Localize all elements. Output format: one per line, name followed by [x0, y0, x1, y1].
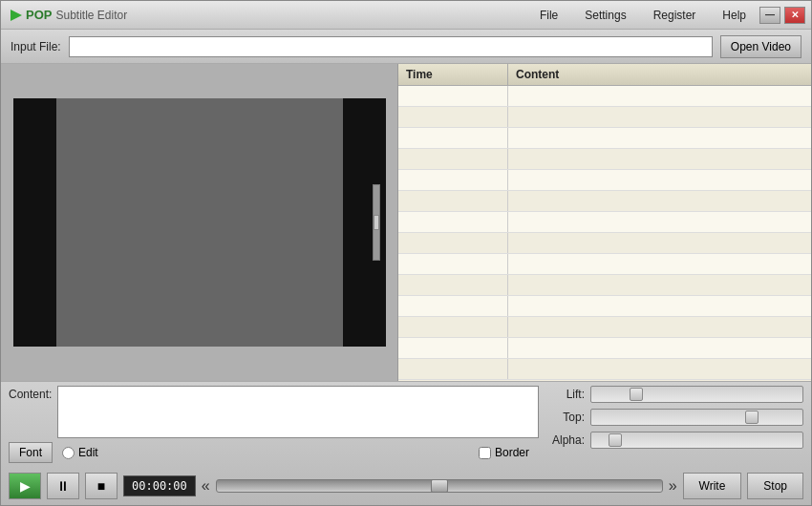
main-content: Time Content	[1, 64, 811, 381]
td-content	[508, 191, 811, 211]
table-row[interactable]	[398, 149, 811, 170]
subtitle-editor-label: Subtitle Editor	[55, 9, 127, 22]
seek-thumb	[431, 479, 448, 493]
open-video-button[interactable]: Open Video	[720, 35, 801, 58]
edit-label: Edit	[78, 446, 98, 459]
app-title: POP Subtitle Editor	[26, 8, 127, 22]
td-time	[398, 107, 508, 127]
inputfile-label: Input File:	[11, 40, 61, 53]
write-button[interactable]: Write	[683, 473, 742, 499]
table-row[interactable]	[398, 107, 811, 128]
td-content	[508, 359, 811, 379]
svg-marker-0	[11, 10, 22, 21]
subtitle-table: Time Content	[397, 64, 811, 381]
td-time	[398, 212, 508, 232]
table-row[interactable]	[398, 233, 811, 254]
menu-help[interactable]: Help	[718, 7, 750, 24]
table-row[interactable]	[398, 296, 811, 317]
td-time	[398, 275, 508, 295]
app-logo	[7, 6, 26, 25]
td-content	[508, 317, 811, 337]
col-time: Time	[398, 64, 508, 85]
sliders-section: Lift: Top: Alpha:	[546, 386, 803, 463]
seek-bar[interactable]	[216, 479, 663, 493]
time-display: 00:00:00	[123, 475, 196, 496]
lift-slider-row: Lift:	[546, 386, 803, 403]
table-row[interactable]	[398, 86, 811, 107]
content-label: Content:	[9, 388, 52, 401]
minimize-button[interactable]: —	[759, 7, 780, 24]
top-thumb	[745, 411, 759, 424]
td-time	[398, 191, 508, 211]
td-content	[508, 149, 811, 169]
td-content	[508, 254, 811, 274]
table-row[interactable]	[398, 212, 811, 233]
td-content	[508, 86, 811, 106]
alpha-slider-row: Alpha:	[546, 432, 803, 449]
td-content	[508, 170, 811, 190]
lift-slider[interactable]	[590, 386, 803, 403]
video-screen	[13, 98, 386, 347]
edit-radio-group: Edit	[62, 446, 98, 459]
close-button[interactable]: ✕	[784, 7, 805, 24]
stop-icon: ■	[97, 478, 105, 494]
video-panel	[1, 64, 397, 381]
play-button[interactable]: ▶	[9, 473, 41, 499]
td-content	[508, 296, 811, 316]
td-content	[508, 338, 811, 358]
table-row[interactable]	[398, 338, 811, 359]
alpha-slider[interactable]	[590, 432, 803, 449]
app-window: POP Subtitle Editor File Settings Regist…	[0, 0, 812, 506]
titlebar: POP Subtitle Editor File Settings Regist…	[1, 1, 811, 30]
inputfile-row: Input File: Open Video	[1, 30, 811, 64]
td-time	[398, 86, 508, 106]
table-row[interactable]	[398, 275, 811, 296]
td-content	[508, 128, 811, 148]
table-row[interactable]	[398, 191, 811, 212]
td-time	[398, 254, 508, 274]
td-time	[398, 170, 508, 190]
alpha-label: Alpha:	[546, 433, 585, 447]
inputfile-field[interactable]	[69, 36, 713, 57]
table-row[interactable]	[398, 317, 811, 338]
table-row[interactable]	[398, 254, 811, 275]
td-time	[398, 296, 508, 316]
table-row[interactable]	[398, 128, 811, 149]
border-checkbox-group: Border	[479, 446, 529, 459]
alpha-thumb	[609, 433, 622, 447]
seek-prev-icon[interactable]: «	[202, 477, 210, 495]
video-black-left	[13, 98, 56, 347]
td-content	[508, 275, 811, 295]
td-time	[398, 317, 508, 337]
pause-button[interactable]: ⏸	[47, 473, 79, 499]
td-time	[398, 149, 508, 169]
table-row[interactable]	[398, 359, 811, 380]
top-slider-row: Top:	[546, 409, 803, 426]
td-content	[508, 107, 811, 127]
border-checkbox[interactable]	[479, 447, 491, 459]
td-content	[508, 212, 811, 232]
td-time	[398, 128, 508, 148]
td-content	[508, 233, 811, 253]
scrollbar-thumb	[374, 215, 379, 230]
pause-icon: ⏸	[56, 478, 70, 494]
table-row[interactable]	[398, 170, 811, 191]
font-button[interactable]: Font	[9, 442, 53, 463]
lift-thumb	[630, 388, 643, 401]
content-textarea[interactable]	[57, 386, 539, 438]
col-content: Content	[508, 64, 811, 85]
top-slider[interactable]	[590, 409, 803, 426]
edit-radio[interactable]	[62, 447, 75, 459]
play-icon: ▶	[20, 478, 31, 494]
window-controls: — ✕	[759, 7, 805, 24]
video-scrollbar[interactable]	[373, 184, 380, 261]
transport-stop-button[interactable]: Stop	[747, 473, 803, 499]
seek-next-icon[interactable]: »	[669, 477, 677, 495]
menu-file[interactable]: File	[536, 7, 562, 24]
stop-button[interactable]: ■	[85, 473, 118, 499]
table-rows	[398, 86, 811, 381]
transport-row: ▶ ⏸ ■ 00:00:00 « » Write Stop	[9, 469, 803, 503]
bottom-area: Content: Font Edit Border	[1, 381, 811, 505]
menu-register[interactable]: Register	[650, 7, 700, 24]
menu-settings[interactable]: Settings	[581, 7, 630, 24]
